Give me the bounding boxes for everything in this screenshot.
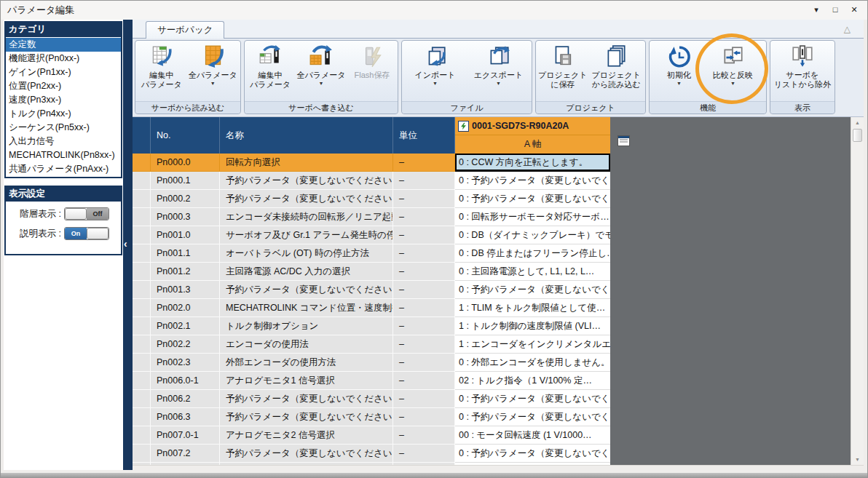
parameter-name-cell[interactable]: 予約パラメータ（変更しないでください。） [220,172,393,190]
parameter-name-cell[interactable]: サーボオフ及び Gr.1 アラーム発生時の停止 [220,226,393,244]
parameter-value-cell[interactable]: 0 : 予約パラメータ（変更しないでく… [455,281,610,299]
parameter-name-cell[interactable]: トルク制御オプション [220,317,393,335]
hierarchy-display-toggle[interactable]: Off [64,207,109,220]
row-selector-cell[interactable] [133,335,151,354]
row-selector-cell[interactable] [133,317,151,335]
description-display-toggle[interactable]: On [64,227,109,240]
remove-servo-from-list-button[interactable]: サーボを リストから除外 [772,42,833,101]
parameter-no-cell[interactable]: Pn001.1 [151,244,220,263]
table-row[interactable]: Pn002.2エンコーダの使用法–1 : エンコーダをインクリメンタルエンコ… [133,335,610,354]
parameter-unit-cell[interactable]: – [393,408,455,426]
table-row[interactable]: Pn002.0MECHATROLINK コマンド位置・速度制御–1 : TLIM… [133,299,610,317]
table-row[interactable]: Pn000.2予約パラメータ（変更しないでください。）–0 : 予約パラメータ（… [133,190,610,208]
import-button[interactable]: インポート ▼ [404,42,467,101]
parameter-no-cell[interactable]: Pn006.0-1 [151,372,220,390]
parameter-value-cell[interactable]: 00 : モータ回転速度 (1 V/1000… [455,426,610,445]
row-selector-cell[interactable] [133,445,151,463]
vertical-scrollbar[interactable]: ▲ ▼ [851,117,864,465]
parameter-name-cell[interactable]: 予約パラメータ（変更しないでください。） [220,190,393,208]
table-row[interactable]: Pn002.1トルク制御オプション–1 : トルク制御の速度制限値 (VLI… [133,317,610,335]
close-button[interactable]: ✕ [847,3,861,16]
parameter-unit-cell[interactable]: – [393,281,455,299]
parameter-no-cell[interactable]: Pn001.2 [151,263,220,281]
category-item[interactable]: シーケンス(Pn5xx-) [6,121,121,135]
parameter-no-cell[interactable]: Pn002.1 [151,317,220,335]
parameter-name-cell[interactable]: 予約パラメータ（変更しないでください。） [220,281,393,299]
parameter-unit-cell[interactable]: – [393,426,455,445]
parameter-name-cell[interactable]: 主回路電源 AC/DC 入力の選択 [220,263,393,281]
parameter-name-cell[interactable]: 回転方向選択 [220,154,393,172]
parameter-name-cell[interactable]: エンコーダ未接続時の回転形／リニア起動選 [220,208,393,226]
row-selector-cell[interactable] [133,226,151,244]
category-item[interactable]: ゲイン(Pn1xx-) [6,65,121,79]
parameter-unit-cell[interactable]: – [393,263,455,281]
parameter-value-cell[interactable]: 0 : CCW 方向を正転とします。 [455,154,610,172]
parameter-value-cell[interactable]: 0 : DB（ダイナミックブレーキ）でモ… [455,226,610,244]
table-row[interactable]: Pn001.0サーボオフ及び Gr.1 アラーム発生時の停止–0 : DB（ダイ… [133,226,610,244]
parameter-name-cell[interactable]: エンコーダの使用法 [220,335,393,354]
parameter-unit-cell[interactable]: – [393,317,455,335]
write-all-params-button[interactable]: 全パラメータ ▼ [295,42,347,101]
category-item[interactable]: 機能選択(Pn0xx-) [6,52,121,65]
row-selector-cell[interactable] [133,408,151,426]
parameter-no-cell[interactable]: Pn000.0 [151,154,220,172]
table-row[interactable]: Pn006.3予約パラメータ（変更しないでください。）–0 : 予約パラメータ（… [133,408,610,426]
category-item[interactable]: 位置(Pn2xx-) [6,79,121,93]
table-row[interactable]: Pn001.3予約パラメータ（変更しないでください。）–0 : 予約パラメータ（… [133,281,610,299]
parameter-value-cell[interactable]: 0 : 回転形サーボモータ対応サーボ… [455,208,610,226]
parameter-name-cell[interactable]: 予約パラメータ（変更しないでください。） [220,445,393,463]
table-row[interactable]: Pn000.0回転方向選択–0 : CCW 方向を正転とします。 [133,154,610,172]
category-item[interactable]: トルク(Pn4xx-) [6,107,121,121]
parameter-unit-cell[interactable]: – [393,299,455,317]
table-row[interactable]: Pn001.1オーバトラベル (OT) 時の停止方法–0 : DB 停止またはフ… [133,244,610,263]
parameter-no-cell[interactable]: Pn007.2 [151,445,220,463]
parameter-no-cell[interactable]: Pn002.3 [151,354,220,372]
parameter-unit-cell[interactable]: – [393,390,455,408]
table-row[interactable]: Pn006.2予約パラメータ（変更しないでください。）–0 : 予約パラメータ（… [133,390,610,408]
parameter-unit-cell[interactable]: – [393,172,455,190]
parameter-no-cell[interactable]: Pn006.3 [151,408,220,426]
category-item[interactable]: MECHATROLINK(Pn8xx-) [6,148,121,162]
parameter-unit-cell[interactable]: – [393,244,455,263]
category-item[interactable]: 共通パラメータ(PnAxx-) [6,162,121,176]
compare-and-reflect-button[interactable]: 比較と反映 ▼ [705,42,762,86]
category-item[interactable]: 入出力信号 [6,135,121,148]
parameter-no-cell[interactable]: Pn000.2 [151,190,220,208]
parameter-name-cell[interactable]: オーバトラベル (OT) 時の停止方法 [220,244,393,263]
row-selector-cell[interactable] [133,281,151,299]
parameter-no-cell[interactable]: Pn000.3 [151,208,220,226]
parameter-unit-cell[interactable]: – [393,372,455,390]
parameter-value-cell[interactable]: 02 : トルク指令（1 V/100% 定… [455,372,610,390]
parameter-value-cell[interactable]: 0 : 予約パラメータ（変更しないでく… [455,390,610,408]
parameter-no-cell[interactable]: Pn006.2 [151,390,220,408]
write-editing-params-button[interactable]: 編集中 パラメータ [246,42,294,101]
tab-servopack[interactable]: サーボパック [146,21,224,39]
ribbon-collapse-icon[interactable]: △ [844,24,851,34]
row-selector-cell[interactable] [133,390,151,408]
parameter-unit-cell[interactable]: – [393,226,455,244]
row-selector-cell[interactable] [133,190,151,208]
table-row[interactable]: Pn002.3外部エンコーダの使用方法–0 : 外部エンコーダを使用しません。 [133,354,610,372]
scroll-up-icon[interactable]: ▲ [851,117,864,128]
row-selector-cell[interactable] [133,299,151,317]
parameter-value-cell[interactable]: 0 : 予約パラメータ（変更しないでく… [455,172,610,190]
table-row[interactable]: Pn000.1予約パラメータ（変更しないでください。）–0 : 予約パラメータ（… [133,172,610,190]
parameter-name-cell[interactable]: 予約パラメータ（変更しないでください。） [220,408,393,426]
parameter-unit-cell[interactable]: – [393,208,455,226]
row-selector-cell[interactable] [133,154,151,172]
parameter-no-cell[interactable]: Pn000.1 [151,172,220,190]
parameter-no-cell[interactable]: Pn002.0 [151,299,220,317]
row-selector-cell[interactable] [133,426,151,445]
table-row[interactable]: Pn007.2予約パラメータ（変更しないでください。）–0 : 予約パラメータ（… [133,445,610,463]
table-row[interactable]: Pn006.0-1アナログモニタ1 信号選択–02 : トルク指令（1 V/10… [133,372,610,390]
parameter-value-cell[interactable]: 0 : 外部エンコーダを使用しません。 [455,354,610,372]
parameter-unit-cell[interactable]: – [393,354,455,372]
row-selector-cell[interactable] [133,372,151,390]
parameter-value-cell[interactable]: 1 : エンコーダをインクリメンタルエンコ… [455,335,610,354]
row-selector-cell[interactable] [133,208,151,226]
parameter-name-cell[interactable]: MECHATROLINK コマンド位置・速度制御 [220,299,393,317]
scroll-down-icon[interactable]: ▼ [851,454,864,465]
maximize-button[interactable]: □ [828,3,843,16]
parameter-unit-cell[interactable]: – [393,335,455,354]
initialize-button[interactable]: 初期化 ▼ [655,42,704,101]
